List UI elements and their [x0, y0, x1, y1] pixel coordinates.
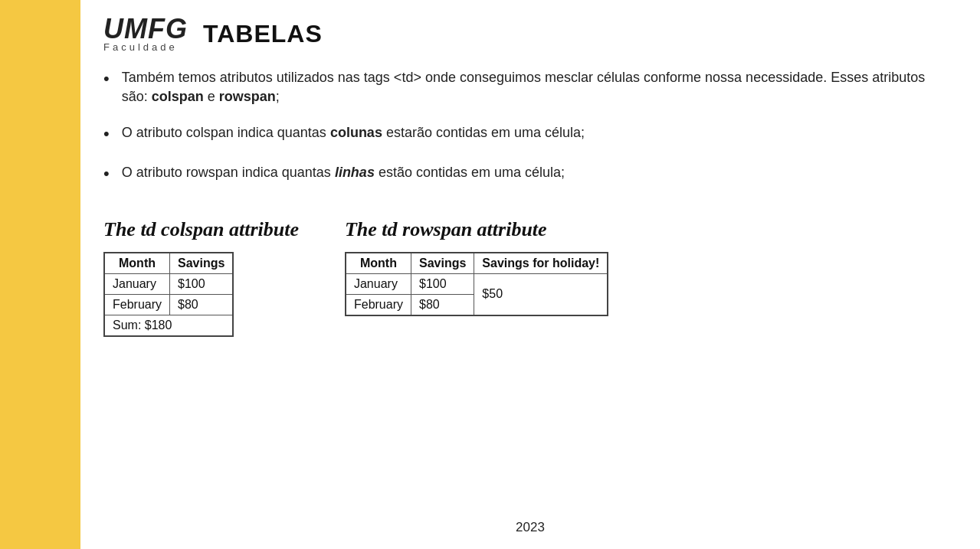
col-header-month: Month: [346, 253, 411, 274]
col-header-savings: Savings: [170, 253, 234, 274]
table-cell: $80: [170, 294, 234, 315]
list-item: O atributo rowspan indica quantas linhas…: [103, 163, 949, 186]
table-row: Month Savings Savings for holiday!: [346, 253, 608, 274]
table-cell: $100: [411, 273, 474, 294]
page-title: TABELAS: [203, 20, 323, 48]
logo-container: UMFG Faculdade: [103, 15, 188, 53]
col-header-holiday: Savings for holiday!: [474, 253, 608, 274]
colspan-example: The td colspan attribute Month Savings J…: [103, 218, 299, 337]
logo-sub: Faculdade: [103, 41, 178, 53]
list-item: Também temos atributos utilizados nas ta…: [103, 68, 949, 106]
examples-section: The td colspan attribute Month Savings J…: [103, 218, 949, 337]
col-header-savings: Savings: [411, 253, 474, 274]
table-cell: January: [346, 273, 411, 294]
header: UMFG Faculdade TABELAS: [103, 15, 949, 53]
table-cell: February: [346, 294, 411, 315]
colspan-title: The td colspan attribute: [103, 218, 299, 241]
table-row: February $80: [104, 294, 233, 315]
table-row: January $100: [104, 273, 233, 294]
table-cell: $100: [170, 273, 234, 294]
bullet-text-2: O atributo colspan indica quantas coluna…: [122, 123, 585, 142]
colspan-table: Month Savings January $100 February $80 …: [103, 252, 234, 337]
table-row: January $100 $50: [346, 273, 608, 294]
main-content: UMFG Faculdade TABELAS Também temos atri…: [80, 0, 980, 549]
table-cell-rowspan: $50: [474, 273, 608, 315]
col-header-month: Month: [104, 253, 170, 274]
bullet-list: Também temos atributos utilizados nas ta…: [103, 68, 949, 203]
footer-year: 2023: [516, 520, 545, 535]
logo-text: UMFG: [103, 15, 188, 43]
list-item: O atributo colspan indica quantas coluna…: [103, 123, 949, 146]
rowspan-table: Month Savings Savings for holiday! Janua…: [345, 252, 608, 316]
bullet-text-3: O atributo rowspan indica quantas linhas…: [122, 163, 565, 182]
rowspan-title: The td rowspan attribute: [345, 218, 547, 241]
rowspan-example: The td rowspan attribute Month Savings S…: [345, 218, 608, 316]
table-cell-sum: Sum: $180: [104, 315, 233, 336]
sidebar: [0, 0, 80, 549]
table-cell: January: [104, 273, 170, 294]
bullet-text-1: Também temos atributos utilizados nas ta…: [122, 68, 949, 106]
table-row: Month Savings: [104, 253, 233, 274]
table-row: Sum: $180: [104, 315, 233, 336]
table-cell: $80: [411, 294, 474, 315]
table-cell: February: [104, 294, 170, 315]
